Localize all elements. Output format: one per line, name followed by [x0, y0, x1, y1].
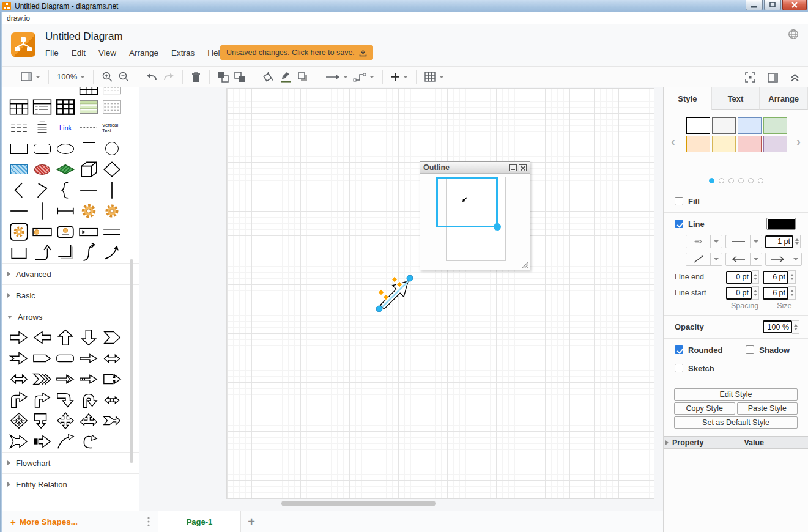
line-end-spacing-input[interactable]: [726, 271, 752, 284]
shape-four-way-inward[interactable]: [9, 411, 29, 430]
outline-minimize-button[interactable]: [509, 164, 517, 171]
shape-angle-left[interactable]: [9, 180, 29, 200]
menu-arrange[interactable]: Arrange: [129, 48, 158, 57]
shape-text-list[interactable]: [32, 118, 52, 138]
line-width-input[interactable]: [765, 235, 793, 248]
shape-forked-arrow[interactable]: [9, 432, 29, 451]
style-swatch-white[interactable]: [686, 117, 710, 134]
close-button[interactable]: [782, 0, 807, 10]
tab-arrange[interactable]: Arrange: [760, 87, 808, 110]
shape-line-with-caps[interactable]: [56, 201, 75, 221]
page-tab-1[interactable]: Page-1: [158, 511, 241, 532]
spacing-stepper[interactable]: [752, 270, 759, 284]
shape-elbow-arrow[interactable]: [32, 243, 52, 262]
insert-button[interactable]: [388, 69, 410, 85]
shape-cube[interactable]: [79, 160, 98, 179]
line-width-stepper[interactable]: [793, 235, 801, 248]
menu-file[interactable]: File: [45, 48, 59, 57]
shadow-checkbox[interactable]: [746, 345, 754, 354]
edit-style-button[interactable]: Edit Style: [674, 388, 798, 401]
add-page-button[interactable]: +: [241, 511, 262, 532]
rounded-checkbox[interactable]: [675, 345, 683, 354]
section-basic[interactable]: Basic: [2, 284, 139, 306]
shape-table[interactable]: [9, 97, 29, 117]
menu-extras[interactable]: Extras: [171, 48, 195, 57]
shape-s-curve[interactable]: [79, 243, 98, 262]
shape-pentagon-arrow[interactable]: [32, 349, 52, 368]
shape-vertical-text[interactable]: Vertical Text: [102, 118, 122, 138]
opacity-input[interactable]: [763, 320, 792, 333]
line-start-spacing-input[interactable]: [726, 287, 752, 300]
line-end-size-input[interactable]: [763, 271, 788, 284]
connection-style-button[interactable]: [323, 69, 350, 85]
shape-chevron[interactable]: [102, 328, 122, 347]
carousel-dot[interactable]: [758, 178, 763, 183]
shape-list[interactable]: [32, 97, 52, 117]
shape-corner-arrow[interactable]: [9, 390, 29, 410]
style-swatch-red[interactable]: [738, 136, 762, 152]
table-button[interactable]: [422, 69, 447, 85]
line-checkbox[interactable]: [675, 220, 683, 228]
shape-corner-arrow-rounded[interactable]: [32, 390, 52, 410]
zoom-out-button[interactable]: [116, 69, 132, 85]
spacing-stepper[interactable]: [752, 286, 759, 300]
shape-play-box[interactable]: [79, 222, 98, 242]
carousel-dot[interactable]: [719, 178, 724, 183]
shape-corner[interactable]: [56, 243, 75, 262]
maximize-button[interactable]: [764, 0, 781, 10]
shape-link[interactable]: Link: [56, 118, 75, 138]
shape-textured-rhombus[interactable]: [56, 160, 75, 179]
property-table-header[interactable]: Property Value: [664, 436, 808, 449]
shape-square[interactable]: [79, 139, 98, 158]
shape-textured-rectangle[interactable]: [9, 160, 29, 179]
connection-style-select[interactable]: [686, 235, 722, 248]
redo-button[interactable]: [160, 69, 177, 85]
view-panels-button[interactable]: [18, 69, 43, 85]
drawing-page[interactable]: [226, 88, 654, 499]
shape-ellipse[interactable]: [56, 139, 75, 158]
line-end-arrow-select[interactable]: [765, 253, 802, 266]
shape-two-way-arrow[interactable]: [9, 369, 29, 389]
shape-table-plain[interactable]: [102, 97, 122, 117]
shape-table-bold[interactable]: [56, 97, 75, 117]
carousel-dot[interactable]: [728, 178, 734, 183]
shape-angle-acute[interactable]: [32, 180, 52, 200]
language-globe-icon[interactable]: [788, 29, 799, 42]
shape-gear-2[interactable]: [102, 201, 122, 221]
shape-table-dashed-clipped[interactable]: [102, 87, 122, 97]
shape-thin-arrow[interactable]: [79, 349, 98, 368]
tab-style[interactable]: Style: [664, 87, 712, 110]
style-swatch-gray[interactable]: [712, 117, 736, 134]
collapse-toolbar-button[interactable]: [788, 70, 802, 86]
tab-text[interactable]: Text: [712, 87, 760, 110]
section-arrows[interactable]: Arrows: [2, 306, 139, 327]
shape-double-chevron-arrow[interactable]: [32, 369, 52, 389]
shape-bent-down-arrow[interactable]: [56, 390, 75, 410]
shape-arrow-chevron-head[interactable]: [56, 369, 75, 389]
shape-arrow-left[interactable]: [32, 328, 52, 347]
fill-checkbox[interactable]: [675, 197, 683, 205]
format-panel-toggle[interactable]: [765, 70, 780, 86]
pages-menu-button[interactable]: [139, 511, 158, 532]
outline-window[interactable]: Outline: [420, 161, 530, 270]
section-advanced[interactable]: Advanced: [2, 263, 139, 284]
resize-grip-icon[interactable]: [521, 261, 528, 268]
shape-stubby-two-way[interactable]: [102, 390, 122, 410]
shape-horizontal-line[interactable]: [79, 180, 98, 200]
to-back-button[interactable]: [232, 69, 248, 85]
shape-vertical-line[interactable]: [102, 180, 122, 200]
shape-tail-stripe-arrow[interactable]: [32, 432, 52, 451]
section-entity-relation[interactable]: Entity Relation: [2, 473, 139, 495]
shape-arrow-right[interactable]: [9, 328, 29, 347]
delete-button[interactable]: [188, 69, 204, 85]
undo-button[interactable]: [144, 69, 160, 85]
shape-gear-label[interactable]: [32, 222, 52, 242]
shape-four-way-arrow[interactable]: [56, 411, 75, 430]
sketch-checkbox[interactable]: [675, 364, 683, 372]
style-swatch-purple[interactable]: [763, 136, 787, 152]
canvas-horizontal-scrollbar[interactable]: [281, 501, 436, 506]
shape-stadium[interactable]: [56, 349, 75, 368]
shape-gear[interactable]: [79, 201, 98, 221]
shape-loop-arrow[interactable]: [79, 432, 98, 451]
opacity-stepper[interactable]: [792, 320, 799, 334]
